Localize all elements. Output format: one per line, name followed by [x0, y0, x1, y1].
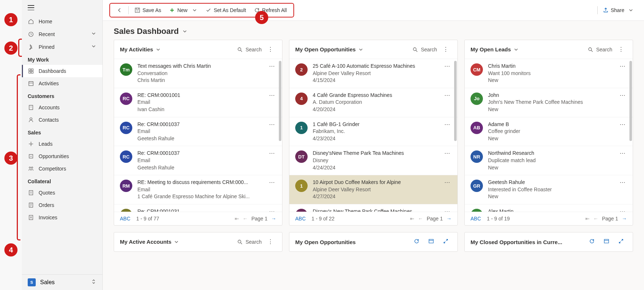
row-actions[interactable]: ⋯: [618, 179, 627, 186]
nav-pinned[interactable]: Pinned: [22, 40, 102, 53]
page-next[interactable]: →: [446, 216, 452, 222]
nav-quotes[interactable]: Quotes: [22, 187, 102, 199]
row-actions[interactable]: ⋯: [443, 63, 452, 70]
share-button[interactable]: Share: [599, 5, 637, 15]
list-item[interactable]: NRNorthwind ResearchDuplicate match lead…: [465, 146, 633, 175]
abc-filter[interactable]: ABC: [295, 216, 306, 222]
page-prev[interactable]: ←: [418, 216, 423, 222]
row-actions[interactable]: ⋯: [443, 121, 452, 128]
page-next[interactable]: →: [271, 216, 276, 222]
chevron-down-icon: [628, 7, 634, 13]
card-search[interactable]: Search: [237, 47, 262, 52]
row-actions[interactable]: ⋯: [618, 150, 627, 157]
avatar: AB: [471, 122, 483, 134]
row-actions[interactable]: ⋯: [618, 92, 627, 99]
row-actions[interactable]: ⋯: [443, 179, 452, 186]
back-button[interactable]: [113, 5, 126, 15]
row-actions[interactable]: ⋯: [268, 179, 276, 186]
list-item[interactable]: TmText messages with Chris MartinConvers…: [114, 59, 282, 88]
set-default-button[interactable]: Set As Default: [202, 5, 250, 15]
page-next[interactable]: →: [622, 216, 627, 222]
list-item[interactable]: AMAlex MartinTesting duplicate matching …: [465, 204, 633, 212]
card-title[interactable]: My Open Opportunities: [295, 46, 364, 52]
row-actions[interactable]: ⋯: [443, 150, 452, 157]
card-title[interactable]: My Open Leads: [471, 46, 519, 52]
list-item[interactable]: 44 Café Grande Espresso MachinesA. Datum…: [289, 88, 457, 117]
expand-icon: [618, 238, 624, 244]
list-item[interactable]: CMChris MartinWant 100 monitorsNew⋯: [465, 59, 633, 88]
avatar: RC: [120, 93, 132, 105]
row-actions[interactable]: ⋯: [268, 121, 276, 128]
row-actions[interactable]: ⋯: [618, 208, 627, 212]
row-actions[interactable]: ⋯: [268, 92, 276, 99]
list-item[interactable]: RCRe: CRM:0001031EmailDevansh Choure⋯: [114, 204, 282, 212]
hamburger-icon[interactable]: [28, 5, 34, 10]
expand-button[interactable]: [440, 237, 452, 247]
list-item[interactable]: RCRe: CRM:0001037EmailGeetesh Rahule⋯: [114, 117, 282, 146]
card-search[interactable]: Search: [412, 47, 437, 52]
nav-contacts[interactable]: Contacts: [22, 114, 102, 126]
new-button[interactable]: New: [165, 5, 201, 15]
nav-leads[interactable]: Leads: [22, 138, 102, 150]
card-menu[interactable]: ⋮: [440, 44, 452, 54]
list-item[interactable]: JoJohnJohn's New Theme Park Coffee Machi…: [465, 88, 633, 117]
nav-recent[interactable]: Recent: [22, 28, 102, 40]
quotes-icon: [28, 189, 34, 196]
page-first[interactable]: ⇤: [235, 216, 239, 222]
save-as-button[interactable]: Save As: [131, 5, 165, 15]
list-item[interactable]: RCRe: CRM:0001037EmailGeetesh Rahule⋯: [114, 146, 282, 175]
card-search[interactable]: Search: [588, 47, 612, 52]
row-actions[interactable]: ⋯: [618, 63, 627, 70]
row-actions[interactable]: ⋯: [268, 63, 276, 70]
records-button[interactable]: [425, 237, 437, 247]
list-item[interactable]: DTDisney'sNew Theme Park Tea MachinesDis…: [289, 146, 457, 175]
row-actions[interactable]: ⋯: [443, 92, 452, 99]
refresh-button[interactable]: [411, 237, 422, 247]
nav-invoices[interactable]: Invoices: [22, 211, 102, 224]
nav-home[interactable]: Home: [22, 15, 102, 28]
list-item[interactable]: GRGeetesh RahuleInterested in Coffee Roa…: [465, 175, 633, 204]
nav-orders[interactable]: Orders: [22, 199, 102, 211]
page-title[interactable]: Sales Dashboard: [114, 27, 188, 36]
list-item[interactable]: 11 Café BG-1 GrinderFabrikam, Inc.4/23/2…: [289, 117, 457, 146]
list-item[interactable]: RCRE: CRM:0001001EmailIvan Cashin⋯: [114, 88, 282, 117]
card-menu[interactable]: ⋮: [265, 44, 276, 54]
list-item[interactable]: DNDisney's New Theme Park Coffee Machine…: [289, 204, 457, 212]
scrollbar[interactable]: [454, 61, 457, 141]
avatar: Jo: [471, 93, 483, 105]
row-actions[interactable]: ⋯: [618, 121, 627, 128]
expand-button[interactable]: [615, 237, 627, 247]
page-prev[interactable]: ←: [593, 216, 598, 222]
page-first[interactable]: ⇤: [585, 216, 590, 222]
nav-dashboards[interactable]: Dashboards: [22, 65, 102, 77]
page-prev[interactable]: ←: [243, 216, 248, 222]
card-title[interactable]: My Activities: [120, 46, 161, 52]
records-button[interactable]: [601, 237, 612, 247]
nav-activities[interactable]: Activities: [22, 77, 102, 90]
card-title[interactable]: My Active Accounts: [120, 239, 179, 245]
scrollbar[interactable]: [279, 61, 281, 141]
list-item[interactable]: RMRE: Meeting to discuss requirements CR…: [114, 175, 282, 204]
row-actions[interactable]: ⋯: [268, 208, 276, 212]
list-item[interactable]: ABAdame BCoffee grinderNew⋯: [465, 117, 633, 146]
refresh-button[interactable]: [586, 237, 598, 247]
abc-filter[interactable]: ABC: [471, 216, 481, 222]
card-menu[interactable]: ⋮: [265, 237, 276, 247]
area-switcher[interactable]: S Sales: [22, 274, 102, 290]
card-search[interactable]: Search: [237, 239, 262, 245]
list-item-body: Chris MartinWant 100 monitorsNew: [488, 63, 613, 84]
list-item[interactable]: 225 Café A-100 Automatic Espresso Machin…: [289, 59, 457, 88]
list-item-body: 4 Café Grande Espresso MachinesA. Datum …: [313, 92, 438, 113]
abc-filter[interactable]: ABC: [120, 216, 130, 222]
nav-competitors[interactable]: Competitors: [22, 162, 102, 175]
list-item-sub: Email: [137, 128, 262, 135]
nav-opportunities[interactable]: Opportunities: [22, 150, 102, 162]
page-first[interactable]: ⇤: [410, 216, 414, 222]
card-menu[interactable]: ⋮: [615, 44, 627, 54]
scrollbar[interactable]: [629, 61, 632, 141]
list-item-sub: New: [488, 164, 613, 172]
row-actions[interactable]: ⋯: [443, 208, 452, 212]
row-actions[interactable]: ⋯: [268, 150, 276, 157]
list-item[interactable]: 110 Airpot Duo Coffee Makers for AlpineA…: [289, 175, 457, 204]
nav-accounts[interactable]: Accounts: [22, 101, 102, 114]
